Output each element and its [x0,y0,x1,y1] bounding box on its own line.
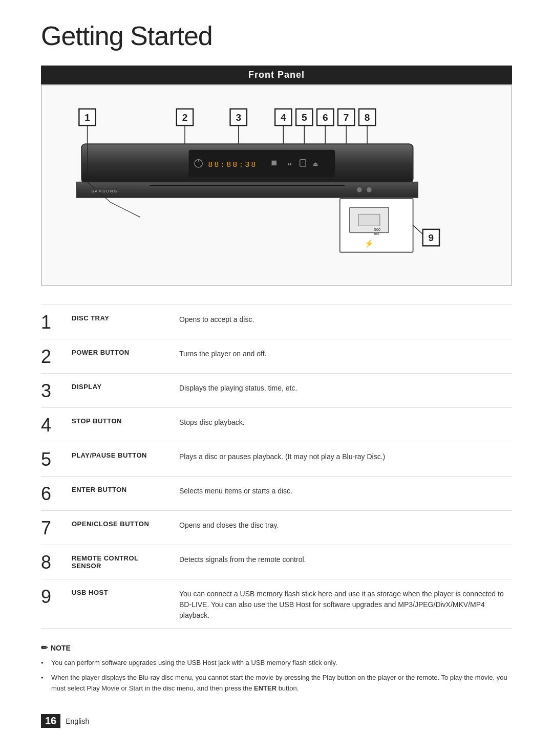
item-label-8: REMOTE CONTROL SENSOR [72,552,169,570]
item-label-3: DISPLAY [72,381,169,391]
svg-text:SAMSUNG: SAMSUNG [91,189,118,193]
note-bullet-1: You can perform software upgrades using … [41,658,512,668]
item-row-1: 1 DISC TRAY Opens to accept a disc. [41,305,512,339]
item-desc-6: Selects menu items or starts a disc. [179,484,512,496]
note-pencil-icon: ✏ [41,643,48,653]
page-footer: 16 English [41,714,512,728]
page-title: Getting Started [41,20,512,51]
svg-text:3: 3 [236,112,241,123]
item-desc-4: Stops disc playback. [179,415,512,428]
item-row-6: 6 ENTER BUTTON Selects menu items or sta… [41,477,512,511]
item-desc-2: Turns the player on and off. [179,347,512,359]
svg-text:mA: mA [374,232,379,235]
item-label-2: POWER BUTTON [72,347,169,356]
svg-text:6: 6 [323,112,328,123]
svg-text:⏏: ⏏ [313,161,318,167]
item-number-8: 8 [41,552,61,572]
svg-text:7: 7 [344,112,349,123]
page-language: English [66,717,89,725]
item-label-4: STOP BUTTON [72,415,169,425]
item-desc-1: Opens to accept a disc. [179,312,512,325]
item-row-9: 9 USB HOST You can connect a USB memory … [41,579,512,629]
note-title: ✏ NOTE [41,643,512,653]
item-label-9: USB HOST [72,587,169,596]
diagram-area: 1 2 3 4 5 6 7 8 [41,84,512,286]
svg-point-37 [367,187,372,192]
svg-text:⏮: ⏮ [286,161,292,167]
page-number: 16 [41,714,60,728]
front-panel-header: Front Panel [41,66,512,84]
item-number-6: 6 [41,484,61,503]
svg-text:5: 5 [302,112,307,123]
svg-text:9: 9 [429,232,434,243]
note-section: ✏ NOTE You can perform software upgrades… [41,643,512,694]
enter-bold: ENTER [254,684,276,692]
item-desc-9: You can connect a USB memory flash stick… [179,587,512,621]
item-number-4: 4 [41,415,61,435]
item-label-1: DISC TRAY [72,312,169,322]
svg-rect-43 [358,214,380,226]
item-row-8: 8 REMOTE CONTROL SENSOR Detects signals … [41,545,512,579]
items-list: 1 DISC TRAY Opens to accept a disc. 2 PO… [41,305,512,629]
item-row-5: 5 PLAY/PAUSE BUTTON Plays a disc or paus… [41,442,512,477]
item-label-6: ENTER BUTTON [72,484,169,493]
svg-line-49 [413,225,423,234]
item-desc-3: Displays the playing status, time, etc. [179,381,512,394]
svg-rect-29 [271,161,276,166]
item-desc-8: Detects signals from the remote control. [179,552,512,565]
svg-text:500: 500 [374,227,380,232]
item-row-2: 2 POWER BUTTON Turns the player on and o… [41,339,512,374]
note-label: NOTE [51,644,71,652]
diagram-svg: 1 2 3 4 5 6 7 8 [52,101,501,275]
item-number-2: 2 [41,347,61,366]
item-row-7: 7 OPEN/CLOSE BUTTON Opens and closes the… [41,511,512,545]
item-desc-5: Plays a disc or pauses playback. (It may… [179,449,512,462]
note-bullets: You can perform software upgrades using … [41,658,512,694]
item-row-3: 3 DISPLAY Displays the playing status, t… [41,374,512,408]
svg-text:8: 8 [365,112,370,123]
item-number-9: 9 [41,587,61,606]
item-row-4: 4 STOP BUTTON Stops disc playback. [41,408,512,442]
svg-text:1: 1 [84,112,90,123]
item-number-5: 5 [41,449,61,469]
svg-text:88:88:38: 88:88:38 [208,160,257,169]
item-number-7: 7 [41,518,61,537]
svg-text:2: 2 [182,112,188,123]
svg-point-36 [357,187,362,192]
item-label-5: PLAY/PAUSE BUTTON [72,449,169,459]
svg-text:⚡: ⚡ [364,239,374,248]
note-bullet-2: When the player displays the Blu-ray dis… [41,673,512,694]
item-desc-7: Opens and closes the disc tray. [179,518,512,531]
item-number-1: 1 [41,312,61,332]
svg-text:4: 4 [281,112,286,123]
item-number-3: 3 [41,381,61,400]
svg-line-40 [111,203,140,218]
item-label-7: OPEN/CLOSE BUTTON [72,518,169,528]
